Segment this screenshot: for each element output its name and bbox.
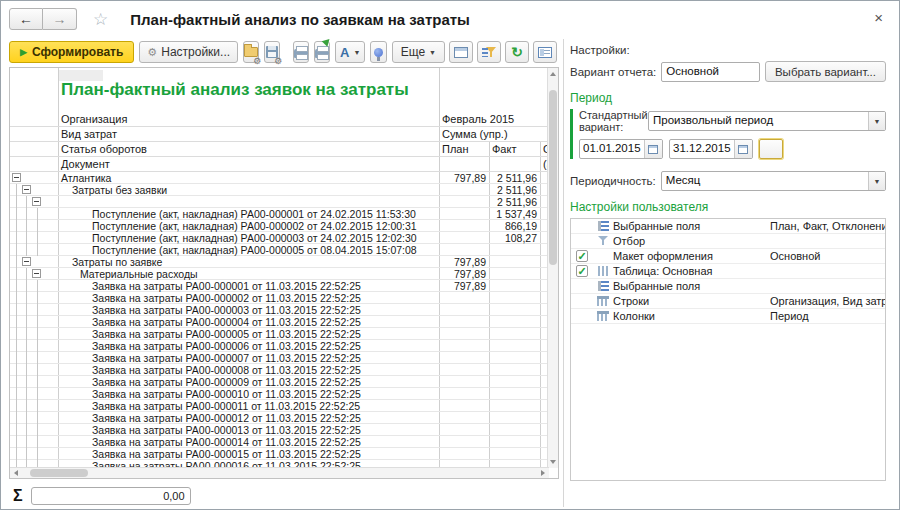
report-row-label: Заявка на затраты РА00-000011 от 11.03.2… <box>58 400 439 412</box>
settings-panel-toggle-button[interactable] <box>533 41 557 63</box>
tree-line <box>26 280 27 292</box>
horizontal-scrollbar[interactable] <box>10 467 549 478</box>
tree-line <box>37 448 38 460</box>
standard-variant-combo[interactable]: Произвольный период ▼ <box>648 111 886 131</box>
report-row-plan-value <box>440 244 486 256</box>
more-button[interactable]: Еще ▼ <box>392 41 445 63</box>
close-button[interactable]: × <box>874 9 883 26</box>
favorite-star-icon[interactable]: ☆ <box>93 9 108 30</box>
tree-line <box>16 184 17 196</box>
settings-button[interactable]: ⚙ Настройки... <box>139 41 238 63</box>
collapse-minus-icon[interactable] <box>32 197 41 206</box>
report-row[interactable]: Затраты по заявке 797,89 <box>10 256 549 268</box>
report-row-plan-value <box>440 304 486 316</box>
date-from-field[interactable]: 01.01.2015 <box>579 139 663 159</box>
report-row[interactable]: Заявка на затраты РА00-000015 от 11.03.2… <box>10 448 549 460</box>
back-button[interactable]: ← <box>9 8 43 30</box>
sum-field[interactable]: 0,00 <box>31 487 191 505</box>
vertical-scroll-thumb[interactable] <box>549 90 557 265</box>
forward-button[interactable]: → <box>43 8 77 30</box>
report-row[interactable]: Заявка на затраты РА00-000004 от 11.03.2… <box>10 316 549 328</box>
load-variant-button[interactable]: ⚙ <box>243 41 259 63</box>
checked-checkbox[interactable]: ✓ <box>576 265 588 277</box>
report-row[interactable]: Поступление (акт, накладная) РА00-000003… <box>10 232 549 244</box>
report-row[interactable]: Атлантика 797,89 2 511,96 <box>10 172 549 184</box>
period-more-button[interactable] <box>759 139 783 159</box>
report-row-plan-value <box>440 220 486 232</box>
print-button[interactable] <box>293 41 309 63</box>
report-row[interactable]: Поступление (акт, накладная) РА00-000002… <box>10 220 549 232</box>
user-setting-row[interactable]: Отбор <box>571 234 885 249</box>
side-panel-icon <box>538 47 552 58</box>
periodicity-combo[interactable]: Месяц ▼ <box>661 171 886 191</box>
user-setting-row[interactable]: Строки Организация, Вид затрат, Ста... <box>571 294 885 309</box>
gear-icon: ⚙ <box>274 56 282 66</box>
report-row[interactable]: Заявка на затраты РА00-000006 от 11.03.2… <box>10 340 549 352</box>
report-row[interactable]: Заявка на затраты РА00-000011 от 11.03.2… <box>10 400 549 412</box>
report-row[interactable]: Заявка на затраты РА00-000014 от 11.03.2… <box>10 436 549 448</box>
tree-line <box>37 364 38 376</box>
report-area: План-фактный анализ заявок на затраты Ор… <box>9 67 559 479</box>
checked-checkbox[interactable]: ✓ <box>576 250 588 262</box>
report-row-label: Поступление (акт, накладная) РА00-000001… <box>58 208 439 220</box>
scroll-left-arrow-icon[interactable] <box>14 470 18 476</box>
tree-line <box>37 304 38 316</box>
sum-bar: Σ 0,00 <box>1 485 559 507</box>
refresh-button[interactable]: ↻ <box>505 41 529 63</box>
font-icon: A <box>340 46 349 59</box>
print-preview-button[interactable] <box>314 41 330 63</box>
report-row[interactable]: Заявка на затраты РА00-000007 от 11.03.2… <box>10 352 549 364</box>
tree-line <box>26 340 27 352</box>
tree-line <box>16 376 17 388</box>
report-row[interactable]: Заявка на затраты РА00-000008 от 11.03.2… <box>10 364 549 376</box>
collapse-minus-icon[interactable] <box>12 173 21 182</box>
collapse-minus-icon[interactable] <box>32 269 41 278</box>
report-row[interactable]: Заявка на затраты РА00-000001 от 11.03.2… <box>10 280 549 292</box>
report-row[interactable]: Поступление (акт, накладная) РА00-000001… <box>10 208 549 220</box>
tree-line <box>26 196 27 208</box>
report-row[interactable]: Заявка на затраты РА00-000012 от 11.03.2… <box>10 412 549 424</box>
variant-input[interactable]: Основной <box>661 62 760 82</box>
user-setting-row[interactable]: ✓ Макет оформления Основной <box>571 249 885 264</box>
collapse-minus-icon[interactable] <box>22 185 31 194</box>
choose-variant-button[interactable]: Выбрать вариант... <box>765 61 886 82</box>
font-size-button[interactable]: A ▼ <box>335 41 365 63</box>
header-document: Документ <box>61 158 110 170</box>
date-to-calendar-button[interactable] <box>734 140 752 158</box>
tree-line <box>26 220 27 232</box>
scroll-up-arrow-icon[interactable] <box>550 72 556 76</box>
horizontal-scroll-thumb[interactable] <box>30 469 88 477</box>
report-row[interactable]: Заявка на затраты РА00-000009 от 11.03.2… <box>10 376 549 388</box>
vertical-scrollbar[interactable] <box>547 68 558 468</box>
date-to-field[interactable]: 31.12.2015 <box>669 139 753 159</box>
report-row[interactable]: Заявка на затраты РА00-000005 от 11.03.2… <box>10 328 549 340</box>
user-setting-row[interactable]: Колонки Период <box>571 309 885 324</box>
scroll-right-arrow-icon[interactable] <box>541 470 545 476</box>
report-row[interactable]: Поступление (акт, накладная) РА00-000005… <box>10 244 549 256</box>
report-row-label: Поступление (акт, накладная) РА00-000003… <box>58 232 439 244</box>
save-variant-button[interactable]: ⚙ <box>264 41 280 63</box>
user-setting-row[interactable]: Выбранные поля <box>571 279 885 294</box>
refresh-icon: ↻ <box>511 45 523 59</box>
report-row[interactable]: 2 511,96 <box>10 196 549 208</box>
date-from-calendar-button[interactable] <box>644 140 662 158</box>
user-setting-row[interactable]: Выбранные поля План, Факт, Отклонение (а… <box>571 219 885 234</box>
generate-button[interactable]: ▶ Сформировать <box>9 41 134 63</box>
report-row[interactable]: Заявка на затраты РА00-000002 от 11.03.2… <box>10 292 549 304</box>
highlight-button[interactable] <box>370 41 386 63</box>
report-row-label: Заявка на затраты РА00-000012 от 11.03.2… <box>58 412 439 424</box>
headers-button[interactable] <box>449 41 473 63</box>
tree-line <box>37 328 38 340</box>
report-row[interactable]: Заявка на затраты РА00-000010 от 11.03.2… <box>10 388 549 400</box>
scroll-down-arrow-icon[interactable] <box>550 460 556 464</box>
report-row[interactable]: Затраты без заявки 2 511,96 <box>10 184 549 196</box>
user-setting-row[interactable]: ✓ Таблица: Основная <box>571 264 885 279</box>
combo-dropdown-button[interactable]: ▼ <box>868 112 885 130</box>
report-row[interactable]: Заявка на затраты РА00-000003 от 11.03.2… <box>10 304 549 316</box>
tree-line <box>26 400 27 412</box>
collapse-minus-icon[interactable] <box>22 257 31 266</box>
combo-dropdown-button[interactable]: ▼ <box>868 172 885 190</box>
report-row[interactable]: Заявка на затраты РА00-000013 от 11.03.2… <box>10 424 549 436</box>
filter-button[interactable] <box>477 41 501 63</box>
report-row[interactable]: Материальные расходы 797,89 <box>10 268 549 280</box>
